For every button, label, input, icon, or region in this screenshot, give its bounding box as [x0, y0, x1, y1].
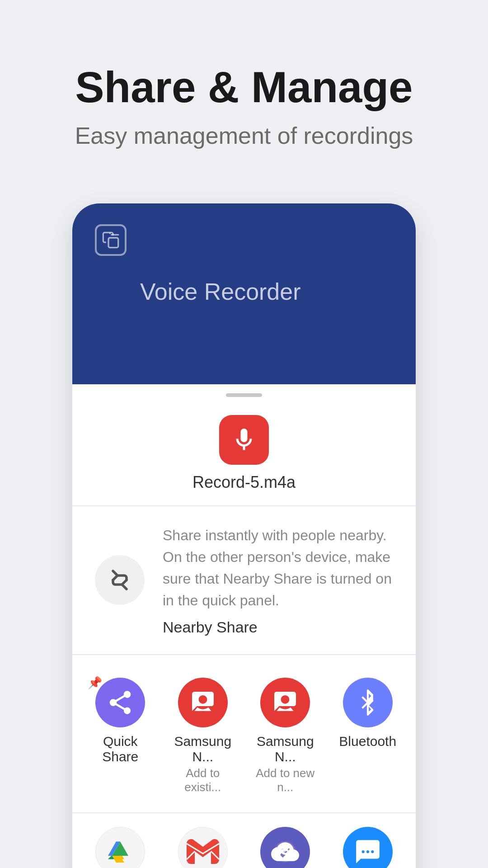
- quick-share-label: Quick Share: [86, 734, 155, 764]
- app-quick-share[interactable]: 📌 Quick Share: [81, 669, 160, 803]
- app-bluetooth[interactable]: Bluetooth: [329, 669, 407, 803]
- app-link-sharing[interactable]: Link Sharing: [246, 818, 324, 868]
- page-title: Share & Manage: [75, 63, 413, 111]
- nearby-share-icon: [95, 555, 145, 605]
- app-drive[interactable]: Drive: [81, 818, 160, 868]
- share-sheet: Record-5.m4a Share instantly with people…: [72, 393, 416, 868]
- samsung-notes-existing-label: Samsung N...: [169, 734, 238, 764]
- nearby-share-info: Share instantly with people nearby. On t…: [163, 524, 393, 636]
- apps-row-2: Drive Gmail: [72, 813, 416, 868]
- app-samsung-notes-existing[interactable]: Samsung N... Add to existi...: [164, 669, 242, 803]
- page-subtitle: Easy management of recordings: [75, 122, 413, 149]
- app-messages[interactable]: Messages: [329, 818, 407, 868]
- apps-row-1: 📌 Quick Share Samsung N... Add to existi…: [72, 655, 416, 813]
- pin-icon: 📌: [88, 676, 100, 689]
- samsung-notes-new-icon: [260, 678, 310, 727]
- svg-point-12: [275, 841, 296, 862]
- drive-icon: [95, 827, 145, 868]
- quick-share-icon: [95, 678, 145, 727]
- phone-mockup: Voice Recorder Record-5.m4a: [72, 203, 416, 868]
- recorder-app-title: Voice Recorder: [140, 278, 301, 305]
- svg-point-15: [371, 850, 374, 853]
- nearby-share-label: Nearby Share: [163, 618, 393, 636]
- voice-recorder-header: Voice Recorder: [72, 203, 416, 384]
- drag-handle[interactable]: [226, 393, 262, 397]
- file-name: Record-5.m4a: [192, 473, 296, 492]
- copy-window-icon: [95, 224, 127, 256]
- gmail-icon: [178, 827, 228, 868]
- svg-rect-0: [108, 238, 118, 248]
- link-sharing-icon: [260, 827, 310, 868]
- svg-point-13: [361, 850, 364, 853]
- bluetooth-icon: [343, 678, 393, 727]
- samsung-notes-new-label: Samsung N...: [251, 734, 320, 764]
- app-gmail[interactable]: Gmail: [164, 818, 242, 868]
- app-samsung-notes-new[interactable]: Samsung N... Add to new n...: [246, 669, 324, 803]
- messages-icon: [343, 827, 393, 868]
- nearby-share-description: Share instantly with people nearby. On t…: [163, 524, 393, 611]
- bluetooth-label: Bluetooth: [339, 734, 396, 749]
- samsung-notes-existing-icon: [178, 678, 228, 727]
- svg-point-14: [366, 850, 369, 853]
- samsung-notes-existing-subtitle: Add to existi...: [169, 766, 238, 794]
- samsung-notes-new-subtitle: Add to new n...: [251, 766, 320, 794]
- shared-file-preview: Record-5.m4a: [72, 410, 416, 505]
- nearby-share-row[interactable]: Share instantly with people nearby. On t…: [72, 506, 416, 655]
- page-header: Share & Manage Easy management of record…: [39, 0, 450, 176]
- file-icon: [219, 415, 269, 465]
